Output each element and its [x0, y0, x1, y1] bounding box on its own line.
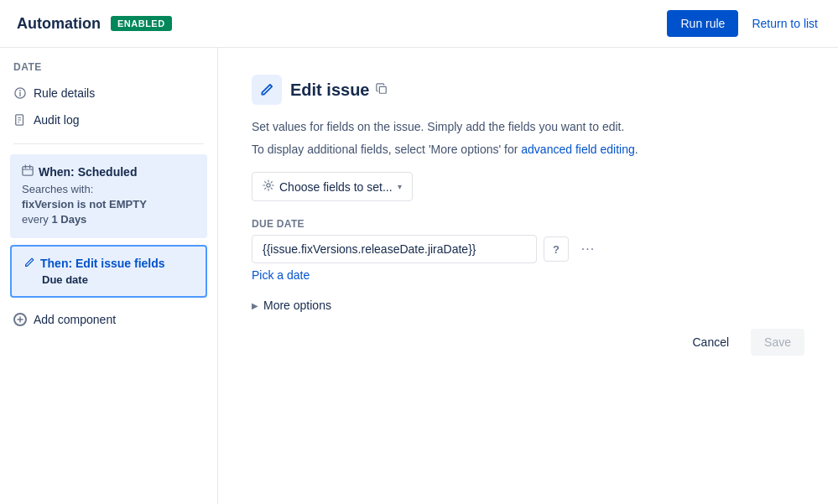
content-area: Edit issue Set values for fields on the …: [218, 48, 838, 504]
due-date-field-section: Due date ? ··· Pick a date: [252, 218, 804, 282]
add-component-label: Add component: [34, 313, 116, 326]
svg-rect-13: [380, 86, 387, 93]
due-date-field-row: ? ···: [252, 235, 804, 263]
svg-rect-7: [23, 167, 33, 176]
sidebar-section-title: date: [0, 61, 217, 80]
sidebar: date Rule details Audit log: [0, 48, 218, 504]
copy-icon[interactable]: [376, 83, 388, 97]
sidebar-item-audit-log[interactable]: Audit log: [0, 107, 217, 133]
due-date-label: Due date: [252, 218, 804, 230]
page-title: Edit issue: [290, 81, 388, 100]
when-block-condition: fixVersion is not EMPTY: [22, 198, 147, 210]
chevron-right-icon: ▶: [252, 301, 258, 310]
info-circle-icon: [13, 86, 27, 100]
document-icon: [13, 113, 27, 127]
more-options-label: More options: [263, 299, 331, 312]
then-block-sub: Due date: [23, 273, 194, 286]
header-right: Run rule Return to list: [667, 10, 821, 37]
svg-point-2: [19, 90, 21, 91]
gear-icon: [263, 179, 274, 194]
sidebar-item-rule-details-label: Rule details: [34, 86, 95, 100]
advanced-field-editing-link[interactable]: advanced field editing: [521, 143, 634, 156]
run-rule-button[interactable]: Run rule: [667, 10, 738, 37]
then-component-block[interactable]: Then: Edit issue fields Due date: [10, 245, 207, 298]
when-block-interval-prefix: every: [22, 213, 49, 226]
when-block-searches: Searches with: fixVersion is not EMPTY e…: [22, 182, 195, 228]
calendar-icon: [22, 164, 34, 179]
footer-actions: Cancel Save: [252, 329, 804, 356]
add-component-item[interactable]: Add component: [0, 304, 217, 335]
return-to-list-button[interactable]: Return to list: [748, 10, 821, 37]
chevron-down-icon: ▾: [398, 182, 402, 191]
when-block-interval: 1 Days: [51, 213, 86, 226]
header-left: Automation ENABLED: [17, 15, 172, 33]
add-component-circle-icon: [13, 313, 27, 326]
due-date-help-button[interactable]: ?: [544, 236, 569, 262]
due-date-more-button[interactable]: ···: [575, 236, 601, 262]
save-button[interactable]: Save: [751, 329, 804, 356]
main-layout: date Rule details Audit log: [0, 48, 838, 504]
due-date-input[interactable]: [252, 235, 537, 263]
when-block-title: When: Scheduled: [39, 165, 137, 179]
sidebar-item-rule-details[interactable]: Rule details: [0, 80, 217, 107]
pick-a-date-link[interactable]: Pick a date: [252, 268, 804, 282]
then-block-title: Then: Edit issue fields: [40, 257, 165, 270]
sidebar-item-audit-log-label: Audit log: [34, 113, 79, 127]
content-description-1: Set values for fields on the issue. Simp…: [252, 118, 804, 136]
content-header: Edit issue: [252, 75, 804, 105]
choose-fields-label: Choose fields to set...: [279, 180, 393, 194]
header: Automation ENABLED Run rule Return to li…: [0, 0, 838, 48]
pencil-icon: [23, 257, 35, 271]
svg-point-14: [267, 184, 270, 187]
when-component-block[interactable]: When: Scheduled Searches with: fixVersio…: [10, 154, 207, 238]
edit-issue-icon: [252, 75, 282, 105]
choose-fields-button[interactable]: Choose fields to set... ▾: [252, 172, 413, 201]
cancel-button[interactable]: Cancel: [679, 329, 742, 356]
sidebar-divider: [13, 143, 204, 144]
content-description-2: To display additional fields, select 'Mo…: [252, 141, 804, 158]
then-block-header: Then: Edit issue fields: [23, 257, 194, 271]
more-options-toggle[interactable]: ▶ More options: [252, 299, 804, 312]
app-title: Automation: [17, 15, 101, 33]
enabled-badge: ENABLED: [111, 16, 172, 31]
